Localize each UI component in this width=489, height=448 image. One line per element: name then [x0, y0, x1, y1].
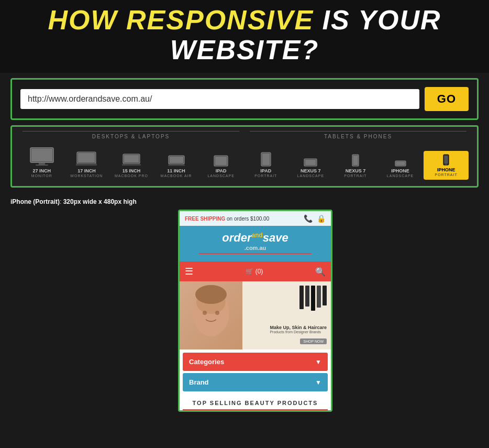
ipad-portrait-icon — [261, 152, 271, 167]
device-name-17: 17 INCH — [77, 169, 96, 174]
workstation-icon — [76, 151, 97, 167]
device-nexus7-landscape[interactable]: NEXUS 7 LANDSCAPE — [290, 156, 332, 180]
device-name-iphone-land: IPHONE — [391, 169, 409, 174]
site-logo: orderandsave .com.au — [185, 231, 326, 251]
svg-point-25 — [446, 164, 447, 165]
logo-underline — [199, 253, 312, 254]
device-name-nexus7-land: NEXUS 7 — [301, 169, 321, 174]
svg-rect-18 — [305, 160, 316, 165]
banner-cta[interactable]: SHOP NOW — [300, 338, 327, 344]
section-title: TOP SELLING BEAUTY PRODUCTS — [183, 395, 328, 410]
categories-label: Categories — [189, 358, 224, 366]
svg-rect-8 — [124, 155, 139, 162]
iphone-landscape-icon — [395, 160, 406, 167]
url-input[interactable] — [20, 89, 419, 109]
lock-icon: 🔒 — [317, 214, 326, 223]
device-sub-17: WORKSTATION — [70, 174, 103, 178]
iphone-portrait-icon — [443, 154, 449, 166]
device-name-27: 27 INCH — [33, 169, 51, 174]
device-sub-iphone-land: LANDSCAPE — [387, 174, 414, 178]
logo-com: .com.au — [185, 245, 326, 251]
on-orders-label: on orders $100.00 — [227, 216, 269, 222]
device-sub-iphone-port: PORTRAIT — [435, 173, 458, 177]
search-icon[interactable]: 🔍 — [315, 267, 326, 277]
nexus7-landscape-icon — [304, 158, 317, 167]
device-27-monitor[interactable]: 27 INCH MONITOR — [20, 145, 63, 180]
device-name-11: 11 INCH — [167, 169, 185, 174]
brand-label: Brand — [189, 378, 209, 386]
cart-count: (0) — [255, 268, 263, 275]
device-17-workstation[interactable]: 17 INCH WORKSTATION — [65, 149, 108, 180]
device-name-nexus7-port: NEXUS 7 — [346, 169, 366, 174]
phone-preview-container: FREE SHIPPING on orders $100.00 📞 🔒 orde… — [178, 210, 332, 412]
device-15-macbook-pro[interactable]: 15 INCH MACBOOK PRO — [110, 151, 153, 180]
brand-chevron — [315, 378, 321, 386]
site-nav-bar: ☰ 🛒 (0) 🔍 — [180, 261, 331, 281]
device-ipad-portrait[interactable]: IPAD PORTRAIT — [244, 150, 287, 180]
banner-title: Make Up, Skin & Haircare — [270, 325, 327, 330]
hamburger-menu[interactable]: ☰ — [185, 266, 193, 277]
go-button[interactable]: GO — [425, 87, 469, 111]
logo-and: and — [251, 232, 262, 239]
device-ipad-landscape[interactable]: IPAD LANDSCAPE — [199, 153, 242, 180]
cosmetic-3 — [311, 286, 315, 311]
cart-area[interactable]: 🛒 (0) — [246, 268, 263, 275]
device-sub-11: MACBOOK AIR — [161, 174, 192, 178]
macbook-pro-icon — [122, 153, 141, 167]
page-header: HOW RESPONSIVE IS YOUR WEBSITE? — [0, 0, 489, 73]
svg-rect-20 — [353, 156, 358, 165]
cart-icon: 🛒 — [246, 268, 253, 275]
svg-rect-16 — [262, 154, 270, 165]
device-sub-ipad-port: PORTRAIT — [254, 174, 277, 178]
macbook-air-icon — [168, 155, 185, 167]
device-iphone-landscape[interactable]: IPHONE LANDSCAPE — [379, 158, 422, 180]
device-nexus7-portrait[interactable]: NEXUS 7 PORTRAIT — [334, 152, 377, 180]
device-iphone-portrait[interactable]: IPHONE PORTRAIT — [424, 151, 469, 180]
free-shipping-text: FREE SHIPPING on orders $100.00 — [185, 216, 269, 222]
devices-row: 27 INCH MONITOR 17 INCH WORKSTATION — [17, 143, 472, 182]
device-name-15: 15 INCH — [123, 169, 141, 174]
device-name-ipad-port: IPAD — [260, 169, 271, 174]
nexus7-portrait-icon — [352, 154, 359, 167]
brand-dropdown[interactable]: Brand — [183, 373, 328, 391]
device-sub-nexus7-land: LANDSCAPE — [297, 174, 324, 178]
tablets-label: TABLETS & PHONES — [250, 131, 466, 139]
svg-point-28 — [203, 311, 207, 315]
categories-chevron — [315, 358, 321, 366]
url-section: GO — [10, 78, 479, 120]
site-logo-bar: orderandsave .com.au — [180, 226, 331, 261]
free-shipping-label: FREE SHIPPING — [185, 216, 225, 222]
svg-rect-11 — [170, 157, 183, 163]
banner-subtitle: Products from Designer Brands — [270, 330, 327, 334]
desktops-label: DESKTOPS & LAPTOPS — [23, 131, 239, 139]
banner-shop-now[interactable]: SHOP NOW — [300, 338, 327, 344]
svg-rect-14 — [215, 157, 227, 165]
cosmetic-2 — [305, 286, 309, 307]
main-title: HOW RESPONSIVE IS YOUR WEBSITE? — [10, 5, 479, 65]
preview-dimensions: 320px wide x 480px high — [63, 198, 137, 205]
logo-order: order — [222, 231, 251, 244]
device-section: DESKTOPS & LAPTOPS TABLETS & PHONES 27 I… — [10, 125, 479, 188]
cosmetic-4 — [317, 286, 321, 308]
device-sub-ipad-land: LANDSCAPE — [207, 174, 234, 178]
banner-cosmetics — [299, 286, 327, 311]
device-sub-15: MACBOOK PRO — [115, 174, 148, 178]
preview-area: iPhone (Portrait): 320px wide x 480px hi… — [0, 193, 489, 417]
device-labels: DESKTOPS & LAPTOPS TABLETS & PHONES — [17, 131, 472, 139]
svg-point-30 — [195, 285, 227, 304]
preview-info: iPhone (Portrait): 320px wide x 480px hi… — [10, 198, 479, 205]
svg-rect-1 — [31, 149, 52, 161]
categories-dropdown[interactable]: Categories — [183, 353, 328, 371]
site-banner: Make Up, Skin & Haircare Products from D… — [180, 281, 331, 349]
device-name-iphone-port: IPHONE — [437, 168, 455, 173]
svg-rect-24 — [444, 156, 448, 163]
device-11-macbook-air[interactable]: 11 INCH MACBOOK AIR — [155, 153, 198, 180]
svg-rect-12 — [168, 165, 185, 166]
preview-device-label: iPhone (Portrait) — [10, 198, 60, 205]
svg-rect-2 — [39, 163, 45, 165]
banner-text: Make Up, Skin & Haircare Products from D… — [270, 325, 327, 334]
svg-rect-5 — [78, 153, 95, 162]
site-free-shipping-bar: FREE SHIPPING on orders $100.00 📞 🔒 — [180, 211, 331, 226]
svg-rect-3 — [36, 165, 48, 166]
device-sub-27: MONITOR — [31, 174, 52, 178]
